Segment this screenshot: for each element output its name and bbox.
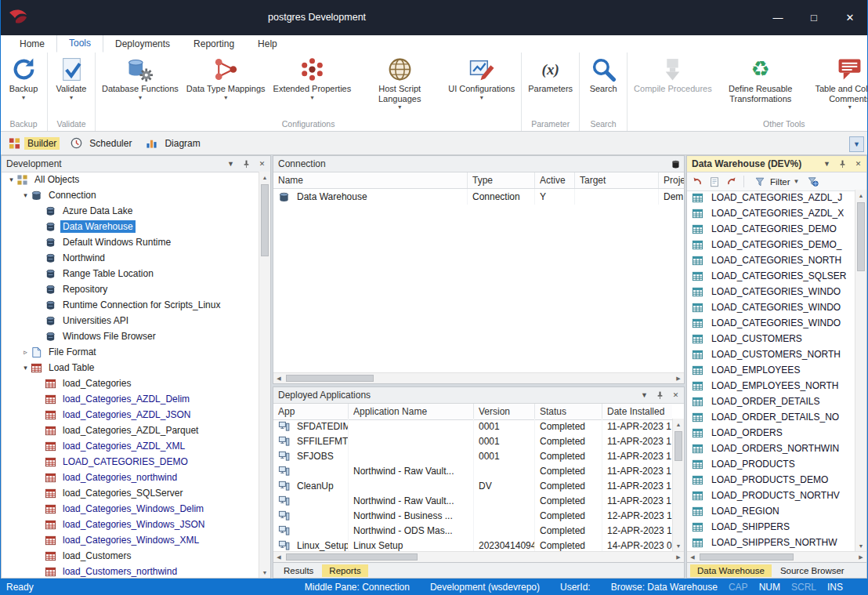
data-type-mappings-button[interactable]: Data Type Mappings▾ bbox=[183, 53, 269, 101]
scroll-down-arrow-icon[interactable]: ▼ bbox=[855, 540, 866, 551]
browser-item-load-categories-azdl-j[interactable]: LOAD_CATEGORIES_AZDL_J bbox=[687, 190, 855, 205]
scroll-down-arrow-icon[interactable]: ▼ bbox=[259, 567, 270, 578]
scroll-left-arrow-icon[interactable]: ◀ bbox=[687, 552, 698, 562]
tree-item-connection[interactable]: ▾Connection bbox=[2, 187, 259, 203]
deployed-row-northwind-raw-vault[interactable]: Northwind - Raw Vault...Completed11-APR-… bbox=[273, 463, 672, 478]
column-header-target[interactable]: Target bbox=[575, 172, 659, 188]
tree-item-range-table-location[interactable]: Range Table Location bbox=[2, 266, 259, 281]
tree-item-load-categories-azdl-delim[interactable]: load_Categories_AZDL_Delim bbox=[2, 391, 259, 407]
tree-item-northwind[interactable]: Northwind bbox=[2, 250, 259, 266]
tree-item-load-table[interactable]: ▾Load Table bbox=[2, 360, 259, 376]
scroll-left-arrow-icon[interactable]: ◀ bbox=[273, 552, 284, 562]
scroll-up-arrow-icon[interactable]: ▲ bbox=[673, 419, 684, 430]
ui-configurations-button[interactable]: UI Configurations▾ bbox=[444, 53, 519, 101]
close-icon[interactable]: ✕ bbox=[853, 159, 863, 169]
browser-item-load-order-details-no[interactable]: LOAD_ORDER_DETAILS_NO bbox=[687, 409, 855, 425]
tree-item-load-categories-windows-json[interactable]: load_Categories_Windows_JSON bbox=[2, 517, 259, 532]
tree-item-windows-file-browser[interactable]: Windows File Browser bbox=[2, 328, 259, 344]
tree-item-load-customers[interactable]: load_Customers bbox=[2, 548, 259, 564]
scroll-up-arrow-icon[interactable]: ▲ bbox=[259, 172, 270, 183]
browser-item-load-employees-north[interactable]: LOAD_EMPLOYEES_NORTH bbox=[687, 378, 855, 394]
browser-item-load-orders[interactable]: LOAD_ORDERS bbox=[687, 425, 855, 441]
menu-tab-tools[interactable]: Tools bbox=[56, 34, 103, 53]
tree-item-repository[interactable]: Repository bbox=[2, 281, 259, 297]
column-header-name[interactable]: Name bbox=[273, 172, 468, 188]
tree-item-azure-data-lake[interactable]: Azure Data Lake bbox=[2, 203, 259, 219]
browser-item-load-categories-demo[interactable]: LOAD_CATEGORIES_DEMO bbox=[687, 221, 855, 237]
deployed-row-northwind-raw-vault[interactable]: Northwind - Raw Vault...Completed11-APR-… bbox=[273, 493, 672, 508]
scroll-thumb[interactable] bbox=[261, 184, 269, 256]
tree-item-all-objects[interactable]: ▾All Objects bbox=[2, 172, 259, 187]
deployed-horizontal-scrollbar[interactable]: ◀ ▶ bbox=[273, 551, 684, 562]
browser-item-load-categories-azdl-x[interactable]: LOAD_CATEGORIES_AZDL_X bbox=[687, 205, 855, 221]
tree-item-load-categories-azdl-json[interactable]: load_Categories_AZDL_JSON bbox=[2, 407, 259, 423]
extended-properties-button[interactable]: Extended Properties▾ bbox=[269, 53, 356, 101]
column-header-version[interactable]: Version bbox=[474, 404, 535, 419]
pin-icon[interactable] bbox=[655, 390, 665, 401]
database-icon[interactable] bbox=[671, 159, 681, 169]
chevron-down-icon[interactable]: ▼ bbox=[226, 159, 236, 169]
menu-tab-home[interactable]: Home bbox=[8, 36, 56, 53]
undo-icon[interactable] bbox=[690, 175, 704, 189]
browser-horizontal-scrollbar[interactable]: ◀ ▶ bbox=[687, 551, 866, 562]
search-button[interactable]: Search bbox=[582, 53, 624, 94]
tree-item-load-categories-windows-delim[interactable]: load_Categories_Windows_Delim bbox=[2, 501, 259, 517]
browser-item-load-employees[interactable]: LOAD_EMPLOYEES bbox=[687, 362, 855, 378]
maximize-button[interactable]: □ bbox=[796, 0, 832, 35]
parameters-button[interactable]: (x)Parameters bbox=[524, 53, 577, 94]
scroll-thumb[interactable] bbox=[286, 375, 374, 382]
browser-item-load-products-northv[interactable]: LOAD_PRODUCTS_NORTHV bbox=[687, 488, 855, 503]
column-header-app[interactable]: App bbox=[273, 404, 349, 419]
deployed-row-linux-setup[interactable]: Linux_SetupLinux Setup202304140949Comple… bbox=[273, 538, 672, 551]
close-icon[interactable]: ✕ bbox=[671, 390, 681, 401]
tree-item-load-categories-azdl-parquet[interactable]: load_Categories_AZDL_Parquet bbox=[2, 423, 259, 438]
browser-item-load-customers[interactable]: LOAD_CUSTOMERS bbox=[687, 331, 855, 346]
tree-item-data-warehouse[interactable]: Data Warehouse bbox=[2, 219, 259, 234]
column-header-date-installed[interactable]: Date Installed bbox=[602, 404, 672, 419]
close-button[interactable]: ✕ bbox=[832, 0, 868, 35]
tree-item-load-categories-windows-xml[interactable]: load_Categories_Windows_XML bbox=[2, 532, 259, 548]
host-script-languages-button[interactable]: Host Script Languages▾ bbox=[355, 53, 444, 111]
browser-item-load-shippers-northw[interactable]: LOAD_SHIPPERS_NORTHW bbox=[687, 535, 855, 550]
browser-item-load-order-details[interactable]: LOAD_ORDER_DETAILS bbox=[687, 394, 855, 409]
tree-item-load-categories[interactable]: load_Categories bbox=[2, 376, 259, 391]
browser-item-load-products[interactable]: LOAD_PRODUCTS bbox=[687, 456, 855, 472]
tree-item-load-categories-sqlserver[interactable]: load_Categories_SQLServer bbox=[2, 485, 259, 501]
column-header-status[interactable]: Status bbox=[535, 404, 602, 419]
menu-tab-deployments[interactable]: Deployments bbox=[103, 36, 182, 53]
tree-item-load-customers-northwind[interactable]: load_Customers_northwind bbox=[2, 564, 259, 578]
browser-item-load-categories-windo[interactable]: LOAD_CATEGORIES_WINDO bbox=[687, 299, 855, 315]
deployed-row-northwind-ods-mas[interactable]: Northwind - ODS Mas...Completed12-APR-20… bbox=[273, 523, 672, 538]
browser-item-load-customers-north[interactable]: LOAD_CUSTOMERS_NORTH bbox=[687, 346, 855, 362]
deployed-row-sffilefmt[interactable]: SFFILEFMT0001Completed11-APR-2023 1 bbox=[273, 434, 672, 448]
browser-item-load-orders-northwin[interactable]: LOAD_ORDERS_NORTHWIN bbox=[687, 441, 855, 456]
scroll-thumb[interactable] bbox=[700, 553, 794, 561]
scroll-left-arrow-icon[interactable]: ◀ bbox=[273, 373, 284, 383]
scroll-right-arrow-icon[interactable]: ▶ bbox=[673, 373, 684, 383]
tab-results[interactable]: Results bbox=[277, 564, 320, 577]
define-reusable-transformations-button[interactable]: ♻Define Reusable Transformations bbox=[716, 53, 805, 103]
tree-vertical-scrollbar[interactable]: ▲ ▼ bbox=[259, 172, 270, 578]
browser-item-load-products-demo[interactable]: LOAD_PRODUCTS_DEMO bbox=[687, 472, 855, 488]
browser-item-load-categories-windo[interactable]: LOAD_CATEGORIES_WINDO bbox=[687, 284, 855, 299]
connection-row-data-warehouse[interactable]: Data WarehouseConnectionYDem bbox=[273, 189, 684, 205]
scroll-right-arrow-icon[interactable]: ▶ bbox=[673, 552, 684, 562]
tab-data-warehouse[interactable]: Data Warehouse bbox=[690, 564, 772, 577]
collapse-arrow-icon[interactable]: ▾ bbox=[20, 191, 31, 199]
column-header-proje[interactable]: Proje bbox=[659, 172, 684, 188]
scroll-thumb[interactable] bbox=[286, 553, 418, 561]
tab-source-browser[interactable]: Source Browser bbox=[773, 564, 852, 577]
browser-vertical-scrollbar[interactable]: ▲ ▼ bbox=[855, 190, 866, 551]
view-tab-scheduler[interactable]: Scheduler bbox=[65, 134, 140, 153]
pin-icon[interactable] bbox=[241, 159, 251, 169]
scroll-up-arrow-icon[interactable]: ▲ bbox=[855, 190, 866, 201]
close-icon[interactable]: ✕ bbox=[257, 159, 267, 169]
connection-horizontal-scrollbar[interactable]: ◀ ▶ bbox=[273, 372, 684, 383]
tab-reports[interactable]: Reports bbox=[322, 564, 367, 577]
scroll-thumb[interactable] bbox=[675, 431, 682, 461]
column-header-type[interactable]: Type bbox=[468, 172, 535, 188]
tree-item-load-categories-azdl-xml[interactable]: load_Categories_AZDL_XML bbox=[2, 438, 259, 454]
tree-item-load-categories-demo[interactable]: LOAD_CATEGORIES_DEMO bbox=[2, 454, 259, 470]
browser-item-load-shippers[interactable]: LOAD_SHIPPERS bbox=[687, 519, 855, 535]
browser-item-load-categories-demo[interactable]: LOAD_CATEGORIES_DEMO_ bbox=[687, 237, 855, 252]
